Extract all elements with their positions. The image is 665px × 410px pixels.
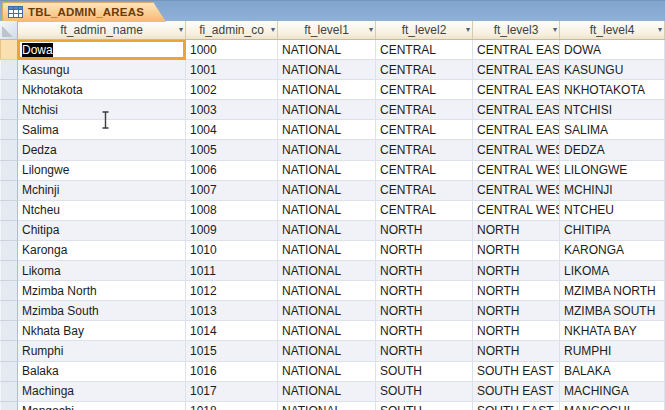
dropdown-arrow-icon[interactable]: ▾ [658,26,662,34]
cell-ft_level2[interactable]: NORTH [376,261,473,281]
column-header-ft_level2[interactable]: ft_level2▾ [376,21,473,39]
cell-ft_level1[interactable]: NATIONAL [278,40,376,60]
row-selector[interactable] [0,40,18,60]
cell-ft_admin_name[interactable]: Rumphi [18,341,186,361]
cell-ft_admin_name[interactable]: Chitipa [18,221,186,241]
cell-ft_admin_name[interactable]: Karonga [18,241,186,261]
cell-ft_level2[interactable]: CENTRAL [376,181,473,201]
cell-ft_level4[interactable]: MACHINGA [560,382,665,402]
cell-ft_level4[interactable]: LIKOMA [560,261,665,281]
cell-ft_level4[interactable]: DOWA [560,40,665,60]
cell-ft_level1[interactable]: NATIONAL [278,181,376,201]
cell-ft_level4[interactable]: BALAKA [560,362,665,382]
cell-fi_admin_co[interactable]: 1018 [186,402,278,410]
cell-ft_level3[interactable]: NORTH [473,301,560,321]
cell-ft_level1[interactable]: NATIONAL [278,402,376,410]
cell-ft_admin_name[interactable]: Ntcheu [18,201,186,221]
cell-ft_admin_name[interactable]: Machinga [18,382,186,402]
cell-ft_level2[interactable]: CENTRAL [376,201,473,221]
cell-fi_admin_co[interactable]: 1009 [186,221,278,241]
cell-fi_admin_co[interactable]: 1011 [186,261,278,281]
cell-ft_level4[interactable]: NTCHISI [560,100,665,120]
cell-ft_admin_name[interactable]: Likoma [18,261,186,281]
cell-ft_level4[interactable]: RUMPHI [560,341,665,361]
cell-fi_admin_co[interactable]: 1003 [186,100,278,120]
cell-ft_level1[interactable]: NATIONAL [278,140,376,160]
cell-fi_admin_co[interactable]: 1017 [186,382,278,402]
cell-ft_level2[interactable]: SOUTH [376,362,473,382]
cell-ft_admin_name[interactable]: Kasungu [18,60,186,80]
cell-fi_admin_co[interactable]: 1016 [186,362,278,382]
cell-ft_level1[interactable]: NATIONAL [278,241,376,261]
cell-ft_level2[interactable]: CENTRAL [376,120,473,140]
row-selector[interactable] [0,140,18,160]
row-selector[interactable] [0,341,18,361]
cell-ft_admin_name[interactable]: Mangochi [18,402,186,410]
cell-ft_level3[interactable]: CENTRAL WEST [473,161,560,181]
cell-ft_level1[interactable]: NATIONAL [278,261,376,281]
row-selector[interactable] [0,382,18,402]
row-selector[interactable] [0,281,18,301]
cell-ft_level1[interactable]: NATIONAL [278,362,376,382]
column-header-ft_admin_name[interactable]: ft_admin_name▾ [18,21,186,39]
cell-ft_level1[interactable]: NATIONAL [278,221,376,241]
cell-ft_level3[interactable]: CENTRAL WEST [473,140,560,160]
cell-ft_admin_name[interactable]: Nkhata Bay [18,321,186,341]
row-selector[interactable] [0,362,18,382]
row-selector[interactable] [0,60,18,80]
cell-ft_level4[interactable]: CHITIPA [560,221,665,241]
cell-ft_level3[interactable]: CENTRAL EAST [473,100,560,120]
cell-ft_level3[interactable]: NORTH [473,221,560,241]
cell-ft_admin_name[interactable]: Balaka [18,362,186,382]
cell-ft_level1[interactable]: NATIONAL [278,100,376,120]
dropdown-arrow-icon[interactable]: ▾ [553,26,557,34]
cell-ft_level3[interactable]: NORTH [473,261,560,281]
cell-ft_level4[interactable]: MZIMBA NORTH [560,281,665,301]
cell-ft_level3[interactable]: CENTRAL WEST [473,181,560,201]
tab-tbl-admin-areas[interactable]: TBL_ADMIN_AREAS [2,2,166,22]
row-selector[interactable] [0,241,18,261]
row-selector[interactable] [0,402,18,410]
column-header-ft_level4[interactable]: ft_level4▾ [560,21,665,39]
cell-ft_level3[interactable]: NORTH [473,341,560,361]
cell-ft_level1[interactable]: NATIONAL [278,301,376,321]
select-all-button[interactable] [0,21,18,39]
dropdown-arrow-icon[interactable]: ▾ [271,26,275,34]
cell-ft_level4[interactable]: KARONGA [560,241,665,261]
cell-ft_level4[interactable]: MANGOCHI [560,402,665,410]
cell-ft_level4[interactable]: KASUNGU [560,60,665,80]
cell-ft_level3[interactable]: NORTH [473,241,560,261]
cell-ft_level2[interactable]: SOUTH [376,402,473,410]
cell-fi_admin_co[interactable]: 1015 [186,341,278,361]
cell-ft_level4[interactable]: MCHINJI [560,181,665,201]
cell-ft_level2[interactable]: NORTH [376,341,473,361]
cell-fi_admin_co[interactable]: 1010 [186,241,278,261]
cell-ft_level3[interactable]: SOUTH EAST [473,382,560,402]
row-selector[interactable] [0,261,18,281]
cell-ft_level4[interactable]: NTCHEU [560,201,665,221]
cell-ft_admin_name[interactable]: Mzimba South [18,301,186,321]
cell-ft_admin_name[interactable]: Ntchisi [18,100,186,120]
cell-fi_admin_co[interactable]: 1004 [186,120,278,140]
row-selector[interactable] [0,221,18,241]
cell-ft_level1[interactable]: NATIONAL [278,382,376,402]
cell-ft_level3[interactable]: NORTH [473,281,560,301]
cell-ft_level2[interactable]: CENTRAL [376,140,473,160]
cell-ft_level3[interactable]: SOUTH EAST [473,402,560,410]
cell-ft_level2[interactable]: CENTRAL [376,161,473,181]
row-selector[interactable] [0,181,18,201]
cell-fi_admin_co[interactable]: 1001 [186,60,278,80]
cell-ft_level1[interactable]: NATIONAL [278,281,376,301]
row-selector[interactable] [0,161,18,181]
cell-fi_admin_co[interactable]: 1005 [186,140,278,160]
cell-ft_level3[interactable]: CENTRAL EAST [473,80,560,100]
cell-fi_admin_co[interactable]: 1007 [186,181,278,201]
cell-ft_admin_name[interactable]: Dowa [18,40,186,60]
cell-ft_level3[interactable]: CENTRAL EAST [473,120,560,140]
cell-ft_level3[interactable]: CENTRAL WEST [473,201,560,221]
cell-ft_level3[interactable]: SOUTH EAST [473,362,560,382]
column-header-fi_admin_co[interactable]: fi_admin_co▾ [186,21,278,39]
cell-ft_level2[interactable]: CENTRAL [376,100,473,120]
cell-fi_admin_co[interactable]: 1000 [186,40,278,60]
cell-ft_level4[interactable]: LILONGWE [560,161,665,181]
